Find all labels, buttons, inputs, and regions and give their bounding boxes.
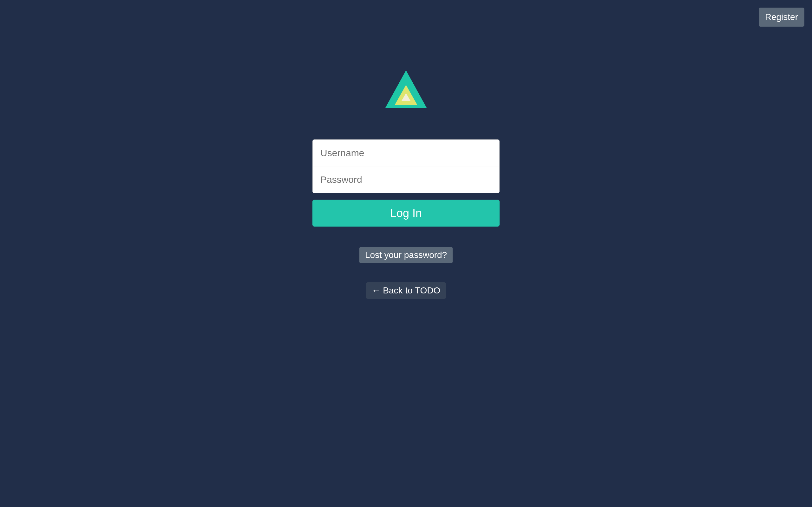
username-input[interactable]: [312, 139, 500, 166]
back-button[interactable]: ← Back to TODO: [366, 282, 446, 299]
logo-icon: [386, 70, 426, 108]
password-input[interactable]: [312, 166, 500, 193]
register-button[interactable]: Register: [759, 8, 804, 26]
lost-password-button[interactable]: Lost your password?: [359, 247, 453, 263]
login-form: Log In: [312, 139, 500, 227]
login-button[interactable]: Log In: [312, 200, 500, 227]
login-container: Log In Lost your password? ← Back to TOD…: [312, 70, 500, 299]
